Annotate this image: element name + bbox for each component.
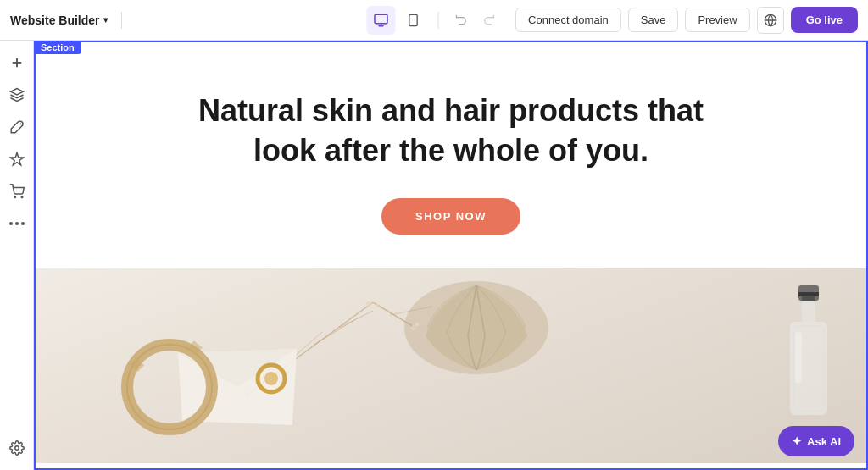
redo-button[interactable] — [476, 8, 502, 33]
desktop-icon — [374, 13, 389, 28]
svg-point-24 — [371, 298, 376, 302]
svg-line-32 — [134, 362, 141, 368]
add-icon — [9, 55, 25, 70]
save-button[interactable]: Save — [628, 8, 679, 32]
bamboo-ring-decoration — [119, 336, 220, 438]
svg-line-21 — [373, 302, 415, 328]
sidebar-item-layers[interactable] — [3, 81, 31, 108]
ask-ai-label: Ask AI — [807, 435, 841, 448]
sidebar-item-ai[interactable] — [3, 146, 31, 173]
topbar: Website Builder ▾ Connect domain Save Pr… — [0, 0, 868, 41]
hero-title: Natural skin and hair products that look… — [197, 91, 705, 171]
sidebar-item-shop[interactable] — [3, 178, 31, 205]
svg-point-35 — [264, 372, 278, 385]
language-button[interactable] — [757, 7, 784, 34]
topbar-right: Connect domain Save Preview Go live — [515, 7, 858, 34]
hero-section: Natural skin and hair products that look… — [34, 41, 868, 268]
scene — [34, 268, 868, 463]
mobile-icon — [407, 13, 420, 28]
topbar-center — [367, 6, 502, 35]
canvas-frame: Section Natural skin and hair products t… — [34, 41, 868, 470]
svg-point-15 — [14, 446, 19, 451]
sidebar-item-more[interactable] — [3, 210, 31, 237]
app-title-chevron: ▾ — [103, 15, 108, 25]
svg-rect-41 — [795, 332, 802, 383]
svg-point-23 — [366, 301, 371, 307]
section-label: Section — [34, 41, 81, 54]
sparkle-icon — [9, 152, 25, 167]
layers-icon — [9, 87, 25, 102]
svg-line-33 — [191, 345, 199, 351]
ask-ai-sparkle-icon: ✦ — [792, 434, 802, 448]
app-title-text: Website Builder — [10, 14, 100, 27]
undo-redo-group — [449, 8, 502, 33]
shop-now-button[interactable]: SHOP NOW — [381, 198, 520, 235]
mobile-device-button[interactable] — [399, 6, 428, 35]
device-divider — [438, 12, 439, 29]
bottle-decoration — [783, 285, 834, 421]
sidebar-item-add[interactable] — [3, 49, 31, 76]
svg-point-10 — [14, 196, 16, 198]
more-icon — [9, 222, 25, 225]
svg-point-12 — [9, 222, 13, 225]
paint-icon — [9, 119, 25, 135]
svg-line-18 — [314, 319, 356, 345]
svg-point-14 — [21, 222, 25, 225]
globe-icon — [764, 14, 777, 27]
shop-icon — [9, 184, 25, 199]
svg-point-26 — [411, 325, 416, 330]
svg-rect-42 — [798, 292, 819, 296]
topbar-divider — [121, 12, 122, 29]
undo-icon — [455, 14, 469, 27]
svg-rect-0 — [375, 14, 387, 24]
ask-ai-button[interactable]: ✦ Ask AI — [778, 426, 854, 456]
main-layout: Section Natural skin and hair products t… — [0, 41, 868, 470]
canvas-area: Section Natural skin and hair products t… — [34, 41, 868, 470]
svg-rect-38 — [802, 301, 815, 322]
sidebar-item-paint[interactable] — [3, 113, 31, 141]
sidebar — [0, 41, 34, 470]
settings-icon — [9, 440, 25, 456]
svg-point-31 — [127, 345, 212, 429]
desktop-device-button[interactable] — [367, 6, 396, 35]
svg-point-13 — [15, 222, 19, 225]
app-title[interactable]: Website Builder ▾ — [10, 14, 108, 27]
svg-point-27 — [415, 323, 419, 326]
redo-icon — [482, 14, 496, 27]
svg-point-11 — [21, 196, 23, 198]
svg-marker-8 — [10, 89, 23, 96]
svg-line-9 — [20, 124, 21, 124]
connect-domain-button[interactable]: Connect domain — [515, 8, 621, 32]
svg-rect-3 — [409, 14, 417, 25]
preview-button[interactable]: Preview — [685, 8, 749, 32]
go-live-button[interactable]: Go live — [791, 7, 858, 33]
sidebar-item-settings[interactable] — [3, 434, 31, 462]
svg-line-22 — [390, 307, 432, 315]
svg-line-20 — [339, 311, 373, 328]
product-image-area — [34, 268, 868, 463]
undo-button[interactable] — [449, 8, 475, 33]
svg-point-25 — [376, 304, 379, 307]
ring-decoration — [254, 362, 288, 395]
